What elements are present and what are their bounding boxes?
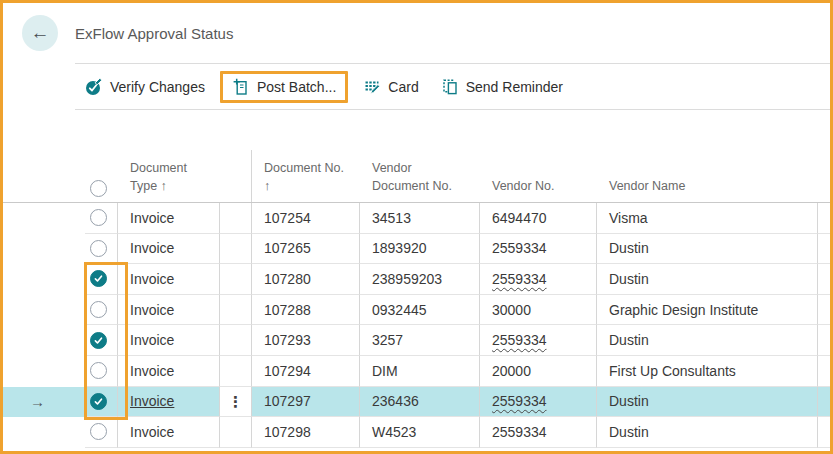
row-checkbox[interactable] <box>90 332 107 349</box>
column-header-vendor-document-no[interactable]: Vendor Document No. <box>360 150 480 202</box>
row-document-no-cell[interactable]: 107288 <box>252 295 360 326</box>
row-vendor-document-no-cell[interactable]: 34513 <box>360 203 480 234</box>
row-vendor-doc-no: W4523 <box>372 424 416 440</box>
row-vendor-no-cell[interactable]: 2559334 <box>480 234 597 265</box>
row-gutter: → <box>3 264 85 295</box>
row-document-type-cell[interactable]: Invoice <box>118 295 220 326</box>
row-vendor-no-cell[interactable]: 6494470 <box>480 203 597 234</box>
table-row[interactable]: → Invoice ⋮ 107293 3257 2559334 <box>3 325 830 356</box>
row-vendor-name-cell[interactable]: Visma <box>597 203 818 234</box>
row-actions-cell[interactable]: ⋮ <box>220 387 252 418</box>
row-select-cell[interactable] <box>85 325 118 356</box>
row-checkbox[interactable] <box>90 393 107 410</box>
post-batch-button[interactable]: Post Batch... <box>220 71 348 103</box>
row-document-type-cell[interactable]: Invoice <box>118 264 220 295</box>
row-checkbox[interactable] <box>90 362 107 379</box>
row-vendor-no-cell[interactable]: 2559334 <box>480 387 597 418</box>
row-document-type-cell[interactable]: Invoice <box>118 387 220 418</box>
row-select-cell[interactable] <box>85 356 118 387</box>
page-title: ExFlow Approval Status <box>75 25 233 42</box>
row-select-cell[interactable] <box>85 203 118 234</box>
table-row[interactable]: → Invoice ⋮ 107298 W4523 2559334 <box>3 417 830 448</box>
row-document-type-cell[interactable]: Invoice <box>118 234 220 265</box>
row-vendor-no-cell[interactable]: 2559334 <box>480 417 597 448</box>
row-vendor-document-no-cell[interactable]: DIM <box>360 356 480 387</box>
verify-changes-button[interactable]: Verify Changes <box>85 78 205 96</box>
row-vendor-no-cell[interactable]: 2559334 <box>480 264 597 295</box>
row-vendor-name-cell[interactable]: Dustin <box>597 325 818 356</box>
card-icon <box>363 78 381 96</box>
table-row[interactable]: → Invoice ⋮ 107288 0932445 30000 <box>3 295 830 326</box>
table-row[interactable]: → Invoice ⋮ 107254 34513 6494470 <box>3 203 830 234</box>
row-vendor-name-cell[interactable]: Dustin <box>597 234 818 265</box>
row-document-type-cell[interactable]: Invoice <box>118 325 220 356</box>
row-document-no-cell[interactable]: 107265 <box>252 234 360 265</box>
row-vendor-name-cell[interactable]: Dustin <box>597 387 818 418</box>
row-document-no-cell[interactable]: 107293 <box>252 325 360 356</box>
row-gutter: → <box>3 356 85 387</box>
row-vendor-document-no-cell[interactable]: 3257 <box>360 325 480 356</box>
row-document-no-cell[interactable]: 107280 <box>252 264 360 295</box>
row-vendor-no: 20000 <box>492 363 531 379</box>
column-header-vendor-no[interactable]: Vendor No. <box>480 150 597 202</box>
row-vendor-name: First Up Consultants <box>609 363 736 379</box>
row-vendor-document-no-cell[interactable]: 238959203 <box>360 264 480 295</box>
row-vendor-document-no-cell[interactable]: 0932445 <box>360 295 480 326</box>
select-all-header[interactable] <box>85 150 118 202</box>
row-vendor-name-cell[interactable]: Dustin <box>597 264 818 295</box>
row-vendor-document-no-cell[interactable]: 1893920 <box>360 234 480 265</box>
select-all-radio[interactable] <box>90 180 107 197</box>
back-button[interactable]: ← <box>22 15 58 51</box>
row-vendor-no-cell[interactable]: 20000 <box>480 356 597 387</box>
table-body: → Invoice ⋮ 107254 34513 6494470 <box>3 203 830 448</box>
row-checkbox[interactable] <box>90 301 107 318</box>
row-vendor-name: Dustin <box>609 271 649 287</box>
row-document-type-cell[interactable]: Invoice <box>118 356 220 387</box>
row-select-cell[interactable] <box>85 417 118 448</box>
row-document-type-cell[interactable]: Invoice <box>118 203 220 234</box>
row-vendor-name-cell[interactable]: Dustin <box>597 417 818 448</box>
row-document-type-cell[interactable]: Invoice <box>118 417 220 448</box>
row-checkbox[interactable] <box>90 270 107 287</box>
row-select-cell[interactable] <box>85 295 118 326</box>
row-select-cell[interactable] <box>85 264 118 295</box>
row-vendor-no: 2559334 <box>492 240 547 256</box>
row-vendor-name: Dustin <box>609 240 649 256</box>
row-actions-cell[interactable]: ⋮ <box>220 417 252 448</box>
row-checkbox[interactable] <box>90 240 107 257</box>
table-row[interactable]: → Invoice ⋮ 107297 236436 2559334 <box>3 387 830 418</box>
row-checkbox[interactable] <box>90 423 107 440</box>
row-vendor-name-cell[interactable]: Graphic Design Institute <box>597 295 818 326</box>
send-reminder-button[interactable]: Send Reminder <box>441 78 563 96</box>
row-select-cell[interactable] <box>85 387 118 418</box>
row-vendor-document-no-cell[interactable]: 236436 <box>360 387 480 418</box>
row-document-no-cell[interactable]: 107294 <box>252 356 360 387</box>
row-actions-cell[interactable]: ⋮ <box>220 325 252 356</box>
row-vendor-no-cell[interactable]: 30000 <box>480 295 597 326</box>
table-row[interactable]: → Invoice ⋮ 107294 DIM 20000 <box>3 356 830 387</box>
table-row[interactable]: → Invoice ⋮ 107280 238959203 2559334 <box>3 264 830 295</box>
row-actions-cell[interactable]: ⋮ <box>220 295 252 326</box>
row-vendor-no-cell[interactable]: 2559334 <box>480 325 597 356</box>
row-select-cell[interactable] <box>85 234 118 265</box>
column-header-document-type[interactable]: Document Type ↑ <box>118 150 220 202</box>
verify-changes-icon <box>85 78 103 96</box>
row-doc-type: Invoice <box>130 363 174 379</box>
row-actions-cell[interactable]: ⋮ <box>220 264 252 295</box>
row-actions-cell[interactable]: ⋮ <box>220 356 252 387</box>
selected-row-arrow-icon: → <box>30 393 45 410</box>
column-header-document-no[interactable]: Document No. ↑ <box>252 150 360 202</box>
row-actions-ellipsis-icon[interactable]: ⋮ <box>228 394 243 409</box>
column-header-vendor-name[interactable]: Vendor Name <box>597 150 818 202</box>
card-button[interactable]: Card <box>363 78 418 96</box>
row-document-no-cell[interactable]: 107298 <box>252 417 360 448</box>
row-vendor-document-no-cell[interactable]: W4523 <box>360 417 480 448</box>
row-vendor-name-cell[interactable]: First Up Consultants <box>597 356 818 387</box>
row-actions-cell[interactable]: ⋮ <box>220 203 252 234</box>
row-document-no-cell[interactable]: 107297 <box>252 387 360 418</box>
row-checkbox[interactable] <box>90 209 107 226</box>
table-row[interactable]: → Invoice ⋮ 107265 1893920 2559334 <box>3 234 830 265</box>
row-vendor-no: 2559334 <box>492 271 547 287</box>
row-actions-cell[interactable]: ⋮ <box>220 234 252 265</box>
row-document-no-cell[interactable]: 107254 <box>252 203 360 234</box>
